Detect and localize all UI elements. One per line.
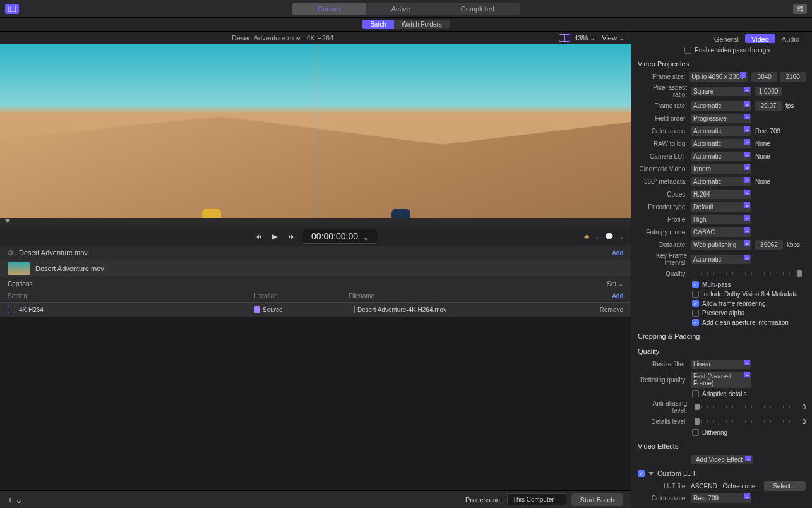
dither-checkbox[interactable] [692,429,699,436]
profile-label: Profile: [638,216,687,223]
svg-point-6 [797,8,799,9]
quality-slider[interactable] [695,272,802,275]
zoom-dropdown[interactable]: 43% ⌄ [574,34,595,42]
encoder-select[interactable]: Default [691,202,751,212]
lutfile-select-button[interactable]: Select… [764,481,806,491]
next-frame-button[interactable]: ⏭ [285,231,297,242]
lutfile-label: LUT file: [638,483,687,490]
aa-value: 0 [802,404,806,411]
preview-viewport[interactable] [0,44,631,218]
playhead-icon[interactable] [5,219,10,223]
retime-select[interactable]: Fast (Nearest Frame) [691,372,751,388]
framerate-field[interactable]: 29.97 [755,101,782,111]
batch-group-header: ⚙ Desert Adventure.mov Add [0,246,631,260]
frame-size-select[interactable]: Up to 4096 x 2304 [689,72,748,82]
frame-width-field[interactable]: 3840 [751,72,777,82]
reorder-checkbox[interactable] [692,300,699,307]
aperture-checkbox[interactable] [692,319,699,326]
tab-batch[interactable]: Batch [362,20,394,29]
par-value-field[interactable]: 1.0000 [755,87,782,96]
tab-active[interactable]: Active [366,3,436,15]
svg-rect-0 [8,6,16,12]
add-setting-link[interactable]: Add [585,293,623,299]
transport-bar: ⏮ ▶ ⏭ 00:00:00:00 ⌄ ◈⌄ 💬⌄ [0,227,631,246]
comparison-split-line[interactable] [316,44,316,218]
aa-slider[interactable] [695,406,794,408]
codec-select[interactable]: H.264 [691,190,751,199]
tab-current[interactable]: Current [292,3,366,15]
entropy-select[interactable]: CABAC [691,227,751,237]
tab-audio[interactable]: Audio [775,34,806,43]
inspector-toggle-button[interactable] [793,4,807,14]
cinematic-label: Cinematic Video: [638,166,687,172]
datarate-select[interactable]: Web publishing [691,240,751,250]
customlut-checkbox[interactable] [638,470,645,477]
passthrough-checkbox[interactable] [684,47,691,54]
play-button[interactable]: ▶ [269,231,280,242]
colorspace-select[interactable]: Automatic [691,126,751,136]
raw-select[interactable]: Automatic [691,139,751,148]
meta360-select[interactable]: Automatic [691,177,751,186]
add-video-effect-dropdown[interactable]: Add Video Effect [691,455,753,464]
start-batch-button[interactable]: Start Batch [571,493,623,506]
setting-name: 4K H264 [19,306,44,313]
adaptive-checkbox[interactable] [692,390,699,397]
timeline[interactable] [0,218,631,227]
section-video-properties: Video Properties [631,55,812,70]
par-select[interactable]: Square [691,87,751,96]
disclosure-icon[interactable] [648,472,654,475]
inspector-tabs: General Video Audio [631,32,812,45]
raw-label: RAW to log: [638,140,687,147]
preview-title: Desert Adventure.mov - 4K H264 [6,34,559,42]
job-row[interactable]: Desert Adventure.mov [0,260,631,277]
marker-button[interactable]: ◈ [584,233,589,241]
alpha-checkbox[interactable] [692,310,699,317]
status-segmented-control: Current Active Completed [292,3,520,15]
section-cropping[interactable]: Cropping & Padding [631,327,812,342]
camlut-select[interactable]: Automatic [691,152,751,161]
col-setting: Setting [8,293,254,299]
tab-completed[interactable]: Completed [436,3,520,15]
lutcs-label: Color space: [638,495,687,502]
add-job-link[interactable]: Add [612,250,623,257]
tab-watch-folders[interactable]: Watch Folders [394,20,450,29]
prev-frame-button[interactable]: ⏮ [253,231,264,242]
setting-row[interactable]: 4K H264 Source Desert Adventure-4K H264.… [0,303,631,317]
section-quality[interactable]: Quality [631,342,812,358]
camlut-resolved: None [755,153,770,160]
cinematic-select[interactable]: Ignore [691,164,751,174]
timecode-display[interactable]: 00:00:00:00 ⌄ [302,229,378,244]
captions-label: Captions [8,281,32,287]
keyframe-select[interactable]: Automatic [691,255,751,264]
retime-label: Retiming quality: [638,377,687,384]
sidebar-toggle-button[interactable] [5,4,19,14]
aa-label: Anti-aliasing level: [638,400,687,414]
add-menu-button[interactable]: + ⌄ [8,495,23,505]
dolby-checkbox[interactable] [692,291,699,298]
comparison-icon[interactable] [559,34,570,42]
col-location: Location [254,293,349,299]
framerate-select[interactable]: Automatic [691,101,751,111]
mode-segmented-control: Batch Watch Folders [362,20,450,29]
process-target-dropdown[interactable]: This Computer [507,493,566,505]
tab-general[interactable]: General [708,34,745,43]
fps-unit: fps [785,102,794,109]
lutcs-select[interactable]: Rec. 709 [691,493,751,503]
remove-setting-link[interactable]: Remove [600,306,623,313]
field-order-select[interactable]: Progressive [691,114,751,123]
frame-size-label: Frame size: [638,73,685,80]
profile-select[interactable]: High [691,215,751,224]
tab-video[interactable]: Video [745,34,775,43]
details-slider[interactable] [695,420,794,423]
datarate-field[interactable]: 39062 [755,240,783,250]
resize-select[interactable]: Linear [691,360,751,369]
frame-height-field[interactable]: 2160 [780,72,806,82]
view-dropdown[interactable]: View ⌄ [602,34,624,42]
multipass-checkbox[interactable] [692,281,699,288]
columns-header: Setting Location Filename Add [0,290,631,303]
job-name: Desert Adventure.mov [35,265,104,272]
captions-button[interactable]: 💬 [605,233,614,241]
meta360-resolved: None [755,178,770,185]
inspector-panel: General Video Audio Enable video pass-th… [631,32,812,508]
captions-set-dropdown[interactable]: Set ⌄ [607,281,623,287]
